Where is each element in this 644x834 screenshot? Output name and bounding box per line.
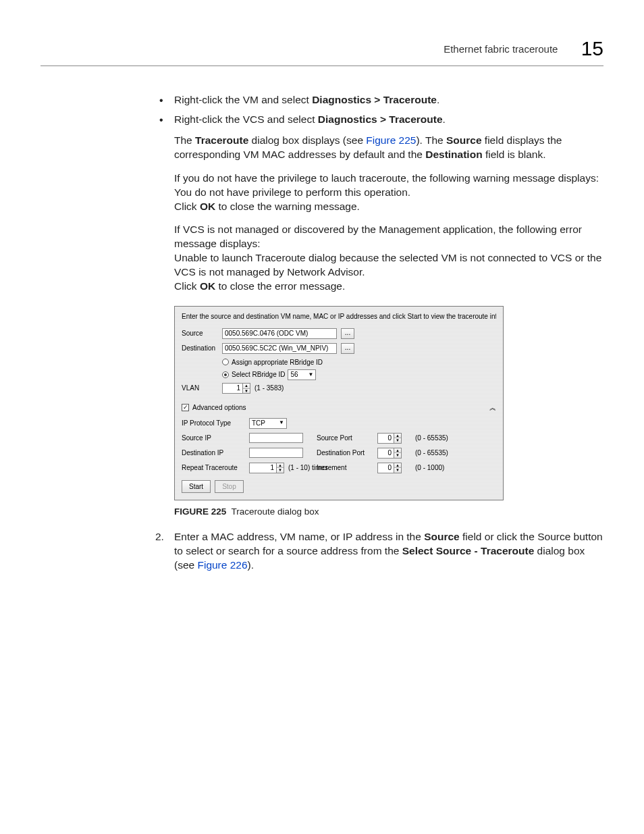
source-port-value[interactable]: 0 [377, 433, 394, 444]
figure-number: FIGURE 225 [174, 506, 226, 517]
step-number: 2. [155, 530, 164, 544]
stop-button: Stop [215, 480, 244, 493]
assign-rbridge-row: Assign appropriate RBridge ID [222, 358, 496, 367]
down-arrow-icon[interactable]: ▼ [394, 438, 401, 443]
vlan-value[interactable]: 1 [222, 383, 242, 394]
bullet-item-vcs: Right-click the VCS and select Diagnosti… [155, 113, 603, 127]
text: Right-click the VM and select [174, 94, 312, 105]
advanced-options-checkbox[interactable]: ✓ [182, 404, 189, 411]
ip-proto-select[interactable]: TCP ▼ [249, 418, 287, 429]
collapse-icon[interactable]: ︽ [489, 403, 496, 413]
vlan-row: VLAN 1 ▲▼ (1 - 3583) [182, 383, 496, 394]
up-arrow-icon[interactable]: ▲ [243, 384, 250, 389]
rbridge-id-select[interactable]: 56 ▼ [288, 369, 316, 380]
text: If VCS is not managed or discovered by t… [174, 224, 582, 249]
destination-browse-button[interactable]: ... [341, 343, 354, 354]
destination-label: Destination [425, 149, 482, 160]
advanced-options-label: Advanced options [192, 403, 246, 413]
figure-caption: FIGURE 225 Traceroute dialog box [174, 506, 603, 518]
destination-label: Destination [182, 344, 222, 353]
select-rbridge-radio[interactable] [222, 371, 229, 378]
up-arrow-icon[interactable]: ▲ [394, 434, 401, 439]
text: Enter a MAC address, VM name, or IP addr… [174, 531, 424, 542]
up-arrow-icon[interactable]: ▲ [394, 463, 401, 469]
dialog-buttons: Start Stop [182, 480, 496, 493]
text: If you do not have the privilege to lauc… [174, 172, 599, 184]
text: ). The [416, 134, 446, 146]
paragraph-privilege-warning: If you do not have the privilege to lauc… [174, 172, 603, 214]
header-section-number: 15 [581, 37, 603, 60]
dest-port-value[interactable]: 0 [377, 448, 394, 459]
dest-port-spin[interactable]: ▲▼ [394, 448, 402, 459]
assign-rbridge-label: Assign appropriate RBridge ID [232, 358, 323, 367]
bullet-list: Right-click the VM and select Diagnostic… [155, 93, 603, 127]
text: dialog box displays (see [248, 134, 366, 146]
vlan-stepper[interactable]: 1 ▲▼ [222, 383, 250, 394]
destination-input[interactable]: 0050.569C.5C2C (Win_VM_NPIV) [222, 343, 337, 354]
source-label: Source [446, 134, 482, 146]
increment-value[interactable]: 0 [377, 463, 394, 473]
menu-path: Diagnostics > Traceroute [318, 113, 443, 125]
dest-ip-input[interactable] [249, 448, 303, 458]
dest-port-range: (0 - 65535) [415, 448, 496, 458]
source-browse-button[interactable]: ... [341, 328, 354, 339]
menu-path: Diagnostics > Traceroute [312, 94, 437, 105]
vlan-label: VLAN [182, 384, 222, 393]
down-arrow-icon[interactable]: ▼ [394, 468, 401, 473]
figure-226-link[interactable]: Figure 226 [197, 559, 247, 571]
bullet-item-vm: Right-click the VM and select Diagnostic… [155, 93, 603, 107]
main-content: Right-click the VM and select Diagnostic… [155, 93, 603, 573]
increment-stepper[interactable]: 0 ▲▼ [377, 463, 402, 473]
down-arrow-icon[interactable]: ▼ [243, 389, 250, 394]
header-divider [41, 66, 603, 66]
period: . [443, 113, 446, 125]
vlan-range: (1 - 3583) [254, 384, 284, 393]
assign-rbridge-radio[interactable] [222, 359, 229, 365]
up-arrow-icon[interactable]: ▲ [277, 463, 284, 469]
traceroute-dialog: Enter the source and destination VM name… [174, 306, 504, 500]
period: . [437, 94, 439, 105]
up-arrow-icon[interactable]: ▲ [394, 448, 401, 454]
header-title: Ethernet fabric traceroute [444, 43, 558, 55]
down-arrow-icon[interactable]: ▼ [277, 468, 284, 473]
start-button[interactable]: Start [182, 480, 211, 493]
paragraph-dialog-displays: The Traceroute dialog box displays (see … [174, 134, 603, 162]
figure-225-link[interactable]: Figure 225 [366, 134, 416, 146]
text: ). [248, 559, 254, 571]
ok-label: OK [200, 280, 215, 292]
down-arrow-icon[interactable]: ▼ [394, 453, 401, 458]
source-port-label: Source Port [317, 434, 377, 443]
destination-row: Destination 0050.569C.5C2C (Win_VM_NPIV)… [182, 343, 496, 354]
running-header: Ethernet fabric traceroute 15 [41, 37, 603, 60]
source-label: Source [182, 329, 222, 338]
traceroute-label: Traceroute [195, 134, 248, 146]
dest-port-stepper[interactable]: 0 ▲▼ [377, 448, 402, 459]
source-ip-input[interactable] [249, 433, 303, 443]
figure-title: Traceroute dialog box [232, 506, 319, 517]
source-row: Source 0050.569C.0476 (ODC VM) ... [182, 328, 496, 339]
source-input[interactable]: 0050.569C.0476 (ODC VM) [222, 328, 337, 339]
paragraph-vcs-error: If VCS is not managed or discovered by t… [174, 223, 603, 294]
text: Right-click the VCS and select [174, 113, 318, 125]
steps-list: 2. Enter a MAC address, VM name, or IP a… [155, 530, 603, 573]
repeat-stepper[interactable]: 1 ▲▼ [249, 463, 284, 473]
dialog-instruction: Enter the source and destination VM name… [182, 312, 496, 321]
chevron-down-icon: ▼ [279, 419, 284, 427]
indented-block: The Traceroute dialog box displays (see … [174, 134, 603, 518]
source-port-stepper[interactable]: 0 ▲▼ [377, 433, 402, 444]
ok-label: OK [200, 201, 215, 212]
vlan-spin-buttons[interactable]: ▲▼ [242, 383, 250, 394]
source-label: Source [424, 531, 460, 542]
text: Unable to launch Traceroute dialog becau… [174, 252, 601, 278]
increment-range: (0 - 1000) [415, 463, 496, 473]
step-2: 2. Enter a MAC address, VM name, or IP a… [155, 530, 603, 573]
advanced-grid: IP Protocol Type TCP ▼ Source IP Source … [182, 418, 496, 473]
text: The [174, 134, 195, 146]
source-port-spin[interactable]: ▲▼ [394, 433, 402, 444]
repeat-value[interactable]: 1 [249, 463, 276, 473]
dest-port-label: Destination Port [317, 448, 377, 458]
rbridge-id-value: 56 [290, 370, 298, 380]
repeat-spin[interactable]: ▲▼ [276, 463, 284, 473]
increment-spin[interactable]: ▲▼ [394, 463, 402, 473]
advanced-options-row[interactable]: ✓ Advanced options ︽ [182, 403, 496, 413]
